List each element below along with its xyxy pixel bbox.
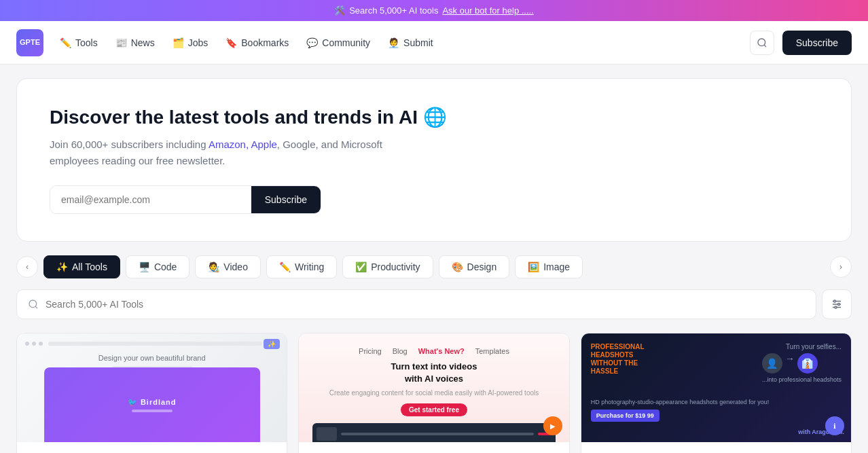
email-input[interactable]: [50, 186, 251, 213]
hero-section: Discover the latest tools and trends in …: [16, 78, 852, 242]
nav-tools-label: Tools: [75, 37, 98, 48]
aragon-card-body: Aragon AI ⭐ FEATURED 🖼️ IMAGE: [581, 442, 851, 453]
fliki-play-button: ▶: [543, 416, 562, 435]
looka-image: Design your own beautiful brand 🐦 Birdla…: [17, 333, 287, 442]
search-icon: [757, 37, 767, 48]
logo[interactable]: GP TE: [16, 29, 43, 56]
svg-point-1: [29, 300, 37, 308]
dot3: [39, 342, 43, 346]
search-section: [0, 289, 868, 319]
looka-brand-text: 🐦 Birdland: [128, 398, 177, 412]
nav-bookmarks-label: Bookmarks: [241, 37, 289, 48]
nav-tools[interactable]: ✏️ Tools: [52, 32, 106, 54]
filter-tab-writing[interactable]: ✏️ Writing: [266, 255, 337, 278]
filter-tab-productivity-label: Productivity: [371, 261, 420, 272]
jobs-icon: 🗂️: [173, 37, 184, 48]
top-banner: 🛠️ Search 5,000+ AI tools Ask our bot fo…: [0, 0, 868, 21]
search-bar-icon: [28, 299, 39, 310]
looka-top-bar: [25, 342, 278, 346]
community-icon: 💬: [306, 37, 318, 48]
nav-submit[interactable]: 🧑‍💼 Submit: [380, 32, 441, 54]
fliki-image: PricingBlogWhat's New?Templates Turn tex…: [299, 333, 568, 442]
banner-link[interactable]: Ask our bot for help .....: [442, 5, 533, 16]
aragon-info-button: ℹ: [825, 416, 844, 435]
aragon-image: PROFESSIONALHEADSHOTSWITHOUT THEHASSLE T…: [581, 333, 851, 442]
nav-actions: Subscribe: [750, 31, 852, 55]
filter-tabs: ✨ All Tools 🖥️ Code 🧑‍🎨 Video ✏️ Writing…: [43, 255, 825, 278]
search-button[interactable]: [750, 31, 774, 55]
card-fliki[interactable]: PricingBlogWhat's New?Templates Turn tex…: [298, 333, 569, 453]
email-form: Subscribe: [50, 185, 321, 214]
filter-tab-image-label: Image: [543, 261, 570, 272]
nav-news-label: News: [131, 37, 155, 48]
filter-tab-design[interactable]: 🎨 Design: [439, 255, 510, 278]
filter-tab-productivity[interactable]: ✅ Productivity: [342, 255, 433, 278]
filter-prev-button[interactable]: ‹: [16, 256, 38, 278]
search-bar: [16, 289, 816, 319]
fliki-nav: PricingBlogWhat's New?Templates: [359, 347, 509, 355]
nav-jobs[interactable]: 🗂️ Jobs: [164, 32, 217, 54]
nav-news[interactable]: 📰 News: [107, 32, 163, 54]
news-icon: 📰: [115, 37, 127, 48]
hero-title: Discover the latest tools and trends in …: [50, 106, 818, 128]
dot2: [32, 342, 36, 346]
looka-card-body: Looka ⭐ FEATURED 🎨 DESIGN: [17, 442, 287, 453]
bookmarks-icon: 🔖: [225, 37, 237, 48]
hero-highlight: Amazon, Apple: [209, 139, 277, 150]
filter-tab-design-label: Design: [467, 261, 497, 272]
nav-links: ✏️ Tools 📰 News 🗂️ Jobs 🔖 Bookmarks 💬 Co…: [52, 32, 747, 54]
nav-bookmarks[interactable]: 🔖 Bookmarks: [217, 32, 297, 54]
navbar-subscribe-button[interactable]: Subscribe: [782, 31, 852, 55]
filter-next-button[interactable]: ›: [830, 256, 852, 278]
svg-point-5: [834, 300, 836, 302]
video-icon: 🧑‍🎨: [208, 261, 219, 272]
nav-community-label: Community: [322, 37, 370, 48]
nav-community[interactable]: 💬 Community: [298, 32, 378, 54]
filter-tab-all-label: All Tools: [72, 261, 107, 272]
fliki-card-body: Fliki ⭐ FEATURED 🖥️ VIDEO: [299, 442, 568, 453]
fliki-desc: Create engaging content for social media…: [329, 389, 539, 397]
aragon-content: PROFESSIONALHEADSHOTSWITHOUT THEHASSLE T…: [581, 333, 851, 442]
tools-search-input[interactable]: [46, 299, 805, 310]
looka-top-badge: ✨: [264, 339, 280, 349]
card-aragon[interactable]: PROFESSIONALHEADSHOTSWITHOUT THEHASSLE T…: [581, 333, 852, 453]
banner-icon: 🛠️: [334, 5, 345, 16]
looka-bar: [48, 342, 262, 346]
filter-options-button[interactable]: [822, 289, 852, 319]
looka-inner: 🐦 Birdland: [44, 367, 260, 442]
cards-grid: Design your own beautiful brand 🐦 Birdla…: [0, 333, 868, 453]
hero-subtitle: Join 60,000+ subscribers including Amazo…: [50, 137, 818, 169]
fliki-player: [312, 423, 555, 442]
fliki-tagline: Turn text into videoswith AI voices: [391, 361, 477, 385]
filter-tab-video-label: Video: [223, 261, 248, 272]
code-icon: 🖥️: [139, 261, 150, 272]
image-icon: 🖼️: [528, 261, 539, 272]
aragon-arrow-row: 👤 → 👔: [762, 353, 842, 374]
card-looka[interactable]: Design your own beautiful brand 🐦 Birdla…: [16, 333, 287, 453]
filter-tab-image[interactable]: 🖼️ Image: [515, 255, 583, 278]
nav-jobs-label: Jobs: [188, 37, 209, 48]
all-tools-icon: ✨: [56, 261, 68, 272]
productivity-icon: ✅: [355, 261, 367, 272]
svg-point-6: [838, 304, 840, 306]
svg-point-0: [758, 39, 765, 46]
sliders-icon: [831, 298, 843, 310]
hero-subscribe-button[interactable]: Subscribe: [251, 186, 321, 213]
filter-section: ‹ ✨ All Tools 🖥️ Code 🧑‍🎨 Video ✏️ Writi…: [0, 255, 868, 278]
nav-submit-label: Submit: [403, 37, 433, 48]
filter-tab-writing-label: Writing: [295, 261, 324, 272]
filter-tab-code[interactable]: 🖥️ Code: [126, 255, 189, 278]
filter-tab-video[interactable]: 🧑‍🎨 Video: [195, 255, 261, 278]
filter-tab-code-label: Code: [154, 261, 177, 272]
fliki-cta: Get started free: [401, 403, 467, 416]
fliki-content: PricingBlogWhat's New?Templates Turn tex…: [299, 333, 568, 442]
svg-point-7: [835, 306, 837, 308]
filter-tab-all[interactable]: ✨ All Tools: [43, 255, 120, 278]
aragon-bottom: HD photography-studio-appearance headsho…: [591, 399, 842, 422]
looka-tagline: Design your own beautiful brand: [17, 354, 287, 362]
submit-icon: 🧑‍💼: [388, 37, 399, 48]
writing-icon: ✏️: [279, 261, 291, 272]
navbar: GP TE ✏️ Tools 📰 News 🗂️ Jobs 🔖 Bookmark…: [0, 21, 868, 65]
banner-text: Search 5,000+ AI tools: [349, 5, 438, 16]
aragon-right: Turn your selfies... 👤 → 👔 ...into profe…: [762, 343, 842, 383]
